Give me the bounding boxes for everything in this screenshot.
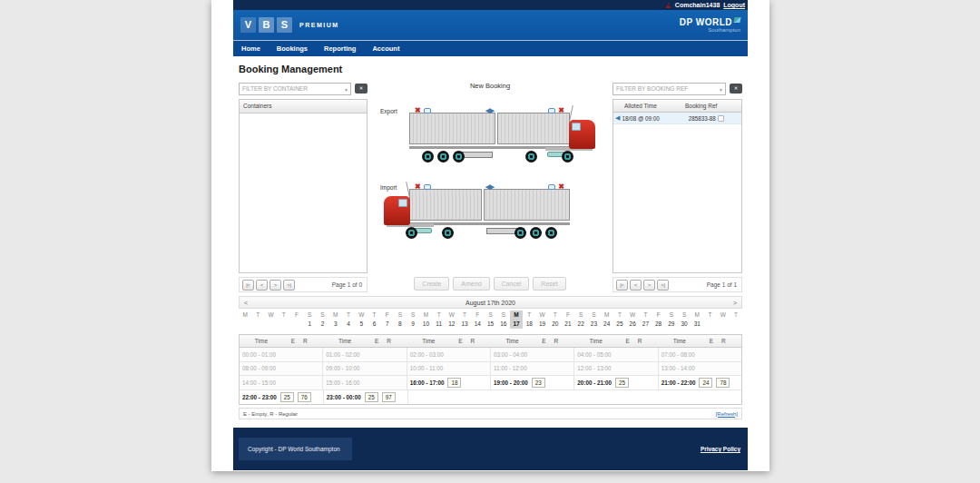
prev-page-button[interactable]: < xyxy=(256,280,268,291)
next-page-button[interactable]: > xyxy=(270,280,281,291)
truck-wheel xyxy=(530,227,542,239)
comment-icon[interactable] xyxy=(424,108,431,113)
time-slot-20:00[interactable]: 20:00 - 21:0025 xyxy=(574,376,658,389)
calendar-day-29[interactable]: S29 xyxy=(665,310,678,329)
slot-column-header: TimeER xyxy=(658,335,741,347)
comment-icon[interactable] xyxy=(424,184,431,190)
new-booking-title: New Booking xyxy=(380,82,600,90)
refresh-link[interactable]: [Refresh] xyxy=(716,411,738,417)
dpworld-location: Southampton xyxy=(680,27,740,34)
export-truck-image[interactable] xyxy=(409,109,595,163)
dpworld-logo: DP WORLD Southampton xyxy=(680,17,740,34)
last-page-button[interactable]: >| xyxy=(657,280,669,291)
time-slot-21:00[interactable]: 21:00 - 22:002478 xyxy=(659,376,741,389)
container-slot-2[interactable] xyxy=(497,113,570,144)
calendar-title: August 17th 2020 xyxy=(252,300,729,306)
remove-container-icon[interactable]: ✖ xyxy=(415,183,421,191)
containers-list-body[interactable] xyxy=(240,113,367,272)
calendar-day-7[interactable]: F7 xyxy=(381,310,394,329)
calendar-day-13[interactable]: T13 xyxy=(458,310,471,329)
calendar-day-3[interactable]: M3 xyxy=(329,310,342,329)
calendar-day-30[interactable]: S30 xyxy=(678,310,691,329)
truck-wheel xyxy=(437,151,449,163)
time-slot-22:00[interactable]: 22:00 - 23:002576 xyxy=(240,390,324,405)
clear-filter-icon[interactable]: ✕ xyxy=(730,84,742,94)
calendar-day-23[interactable]: S23 xyxy=(587,310,600,329)
calendar-day-18[interactable]: T18 xyxy=(523,310,535,329)
calendar-day-14[interactable]: F14 xyxy=(471,310,484,329)
reset-button[interactable]: Reset xyxy=(533,277,565,291)
booking-note-icon[interactable] xyxy=(718,115,724,122)
top-user-bar: Comchain1438 Logout xyxy=(233,0,748,10)
container-slot-1[interactable] xyxy=(409,113,495,144)
containers-pager: |< < > >| Page 1 of 0 xyxy=(239,277,368,292)
import-truck-image[interactable] xyxy=(384,185,570,240)
time-slot-00:00: 00:00 - 01:00 xyxy=(240,348,323,361)
calendar-day-24[interactable]: M24 xyxy=(601,310,613,329)
calendar-day-31[interactable]: M31 xyxy=(691,310,703,329)
calendar-day-22[interactable]: S22 xyxy=(574,310,587,329)
swap-containers-icon[interactable]: ◀▶ xyxy=(485,183,494,191)
comment-icon[interactable] xyxy=(548,108,555,113)
nav-item-account[interactable]: Account xyxy=(364,41,407,56)
calendar-day-16[interactable]: S16 xyxy=(497,310,510,329)
calendar-day-8[interactable]: S8 xyxy=(394,310,407,329)
calendar-day-5[interactable]: W5 xyxy=(355,310,368,329)
calendar-day-17[interactable]: M17 xyxy=(510,310,523,329)
comment-icon[interactable] xyxy=(548,184,555,190)
calendar-day-12[interactable]: W12 xyxy=(446,310,458,329)
calendar-day-1[interactable]: S1 xyxy=(303,310,316,329)
time-slot-23:00[interactable]: 23:00 - 00:002597 xyxy=(324,390,408,405)
logout-link[interactable]: Logout xyxy=(723,2,745,8)
swap-containers-icon[interactable]: ◀▶ xyxy=(485,107,494,114)
slots-header: TimeERTimeERTimeERTimeERTimeERTimeER xyxy=(240,335,741,348)
calendar-day-20[interactable]: T20 xyxy=(549,310,562,329)
remove-container-icon[interactable]: ✖ xyxy=(558,107,564,114)
container-filter-field[interactable] xyxy=(240,84,350,94)
calendar-day-6[interactable]: T6 xyxy=(368,310,380,329)
calendar-day-4[interactable]: T4 xyxy=(342,310,355,329)
time-slot-10:00: 10:00 - 11:00 xyxy=(407,362,491,376)
container-slot-2[interactable] xyxy=(409,189,482,221)
calendar-day-15[interactable]: S15 xyxy=(484,310,496,329)
container-slot-1[interactable] xyxy=(484,189,570,221)
nav-item-bookings[interactable]: Bookings xyxy=(269,41,316,56)
booking-row[interactable]: ◀ 18/08 @ 09:00 285833-88 xyxy=(613,113,741,124)
remove-container-icon[interactable]: ✖ xyxy=(558,183,564,191)
remove-container-icon[interactable]: ✖ xyxy=(415,107,421,114)
booking-ref-filter-input[interactable]: ▼ xyxy=(612,83,726,95)
amend-button[interactable]: Amend xyxy=(453,277,489,291)
time-slot-19:00[interactable]: 19:00 - 20:0023 xyxy=(491,376,574,389)
bookings-list-body[interactable] xyxy=(613,124,741,272)
nav-item-reporting[interactable]: Reporting xyxy=(316,41,364,56)
calendar-day-25[interactable]: T25 xyxy=(613,310,626,329)
create-button[interactable]: Create xyxy=(414,277,449,291)
calendar-prev-icon[interactable]: < xyxy=(240,300,252,306)
filter-icon[interactable]: ▼ xyxy=(719,87,723,93)
calendar-day-28[interactable]: F28 xyxy=(652,310,665,329)
time-slot-16:00[interactable]: 16:00 - 17:0018 xyxy=(407,376,491,389)
first-page-button[interactable]: |< xyxy=(616,280,628,291)
calendar-day-2[interactable]: S2 xyxy=(316,310,328,329)
import-truck-icons: ✖ ◀▶ ✖ xyxy=(415,183,564,191)
last-page-button[interactable]: >| xyxy=(283,280,295,291)
calendar-day-26[interactable]: W26 xyxy=(626,310,639,329)
cancel-button[interactable]: Cancel xyxy=(494,277,530,291)
next-page-button[interactable]: > xyxy=(643,280,655,291)
calendar-next-icon[interactable]: > xyxy=(729,300,741,306)
booking-ref-filter-field[interactable] xyxy=(613,84,725,94)
calendar-day-9[interactable]: S9 xyxy=(407,310,419,329)
calendar-day-21[interactable]: F21 xyxy=(562,310,574,329)
first-page-button[interactable]: |< xyxy=(242,280,254,291)
filter-icon[interactable]: ▼ xyxy=(344,87,348,93)
privacy-policy-link[interactable]: Privacy Policy xyxy=(701,446,740,452)
nav-item-home[interactable]: Home xyxy=(233,41,269,56)
calendar-day-19[interactable]: W19 xyxy=(535,310,548,329)
calendar-day-blank: W xyxy=(717,310,730,329)
prev-page-button[interactable]: < xyxy=(630,280,642,291)
calendar-day-11[interactable]: T11 xyxy=(433,310,446,329)
calendar-day-27[interactable]: T27 xyxy=(639,310,652,329)
clear-filter-icon[interactable]: ✕ xyxy=(355,84,368,94)
container-filter-input[interactable]: ▼ xyxy=(239,83,351,95)
calendar-day-10[interactable]: M10 xyxy=(419,310,432,329)
